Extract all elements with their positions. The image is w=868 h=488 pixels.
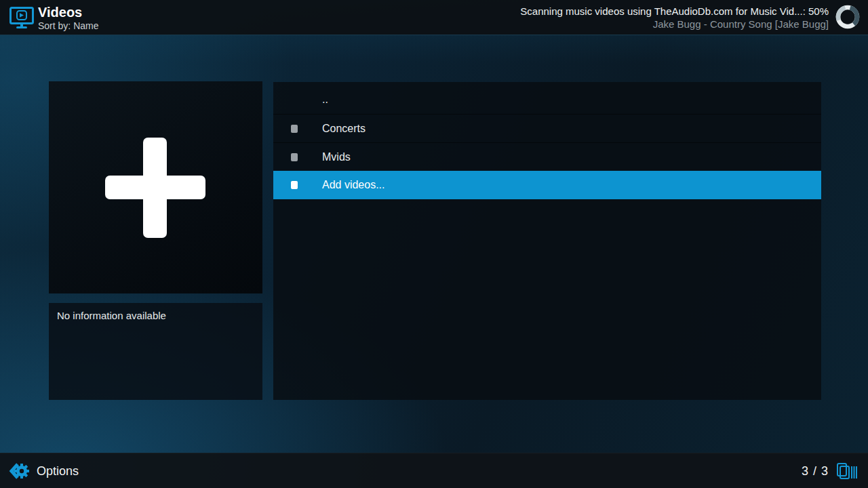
add-plus-icon bbox=[49, 81, 262, 293]
options-label: Options bbox=[37, 464, 79, 479]
file-list-panel: .. Concerts Mvids Add videos... bbox=[273, 82, 821, 400]
options-gear-icon bbox=[8, 460, 30, 482]
info-text: No information available bbox=[57, 310, 254, 321]
folder-bullet-icon bbox=[291, 125, 298, 133]
list-item-parent[interactable]: .. bbox=[273, 85, 821, 114]
list-item-label: Mvids bbox=[322, 151, 351, 163]
busy-spinner-icon bbox=[835, 4, 861, 30]
list-item-label: .. bbox=[322, 94, 328, 106]
list-item-add-videos[interactable]: Add videos... bbox=[273, 171, 821, 199]
sort-order-label: Sort by: Name bbox=[38, 20, 98, 32]
files-view-icon bbox=[835, 462, 857, 481]
options-button[interactable]: Options bbox=[8, 460, 79, 483]
list-item-label: Add videos... bbox=[322, 179, 385, 191]
list-item-label: Concerts bbox=[322, 123, 366, 135]
item-thumbnail bbox=[49, 81, 262, 293]
folder-bullet-icon bbox=[291, 153, 298, 161]
page-position: 3 / 3 bbox=[802, 460, 857, 483]
list-item-mvids[interactable]: Mvids bbox=[273, 142, 821, 171]
video-screen-play-icon bbox=[9, 7, 34, 29]
header-text: Videos Sort by: Name bbox=[38, 5, 98, 32]
top-bar: Videos Sort by: Name Scanning music vide… bbox=[0, 0, 868, 35]
scan-current-item: Jake Bugg - Country Song [Jake Bugg] bbox=[520, 18, 829, 30]
position-indicator: 3 / 3 bbox=[802, 464, 829, 479]
list-item-concerts[interactable]: Concerts bbox=[273, 114, 821, 142]
page-title: Videos bbox=[38, 5, 98, 20]
info-panel: No information available bbox=[49, 303, 262, 400]
bottom-bar: Options 3 / 3 bbox=[0, 453, 868, 488]
scan-status: Scanning music videos using TheAudioDb.c… bbox=[520, 5, 829, 30]
folder-bullet-icon bbox=[291, 181, 298, 189]
scan-status-line: Scanning music videos using TheAudioDb.c… bbox=[520, 5, 829, 18]
